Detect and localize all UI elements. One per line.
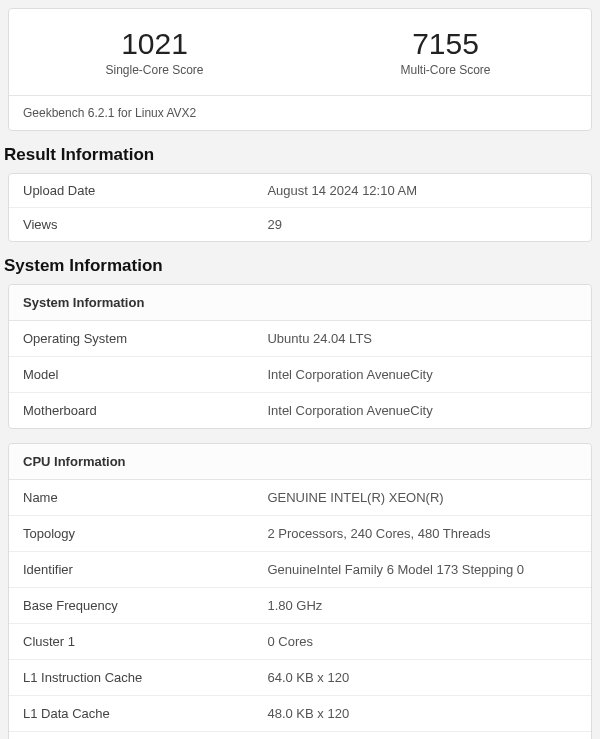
scores-row: 1021 Single-Core Score 7155 Multi-Core S… <box>9 9 591 95</box>
system-info-panel: System Information Operating System Ubun… <box>8 284 592 429</box>
cpu-key: L2 Cache <box>9 732 253 740</box>
result-val: 29 <box>253 208 591 242</box>
sysinfo-key: Operating System <box>9 321 253 357</box>
section-title-result: Result Information <box>4 145 600 165</box>
sysinfo-val: Ubuntu 24.04 LTS <box>253 321 591 357</box>
table-row: L1 Data Cache48.0 KB x 120 <box>9 696 591 732</box>
cpu-val: 1.80 GHz <box>253 588 591 624</box>
system-info-table: Operating System Ubuntu 24.04 LTS Model … <box>9 321 591 428</box>
cpu-key: Topology <box>9 516 253 552</box>
table-row: Topology2 Processors, 240 Cores, 480 Thr… <box>9 516 591 552</box>
cpu-key: Cluster 1 <box>9 624 253 660</box>
sysinfo-val: Intel Corporation AvenueCity <box>253 393 591 429</box>
cpu-info-header: CPU Information <box>9 444 591 480</box>
cpu-val: 0 Cores <box>253 624 591 660</box>
multi-core-label: Multi-Core Score <box>300 63 591 77</box>
single-core-label: Single-Core Score <box>9 63 300 77</box>
table-row: Operating System Ubuntu 24.04 LTS <box>9 321 591 357</box>
cpu-val: GenuineIntel Family 6 Model 173 Stepping… <box>253 552 591 588</box>
table-row: Cluster 10 Cores <box>9 624 591 660</box>
sysinfo-key: Motherboard <box>9 393 253 429</box>
table-row: Base Frequency1.80 GHz <box>9 588 591 624</box>
table-row: Motherboard Intel Corporation AvenueCity <box>9 393 591 429</box>
multi-core-value: 7155 <box>300 27 591 61</box>
scores-panel: 1021 Single-Core Score 7155 Multi-Core S… <box>8 8 592 131</box>
cpu-val: 2.00 MB x 120 <box>253 732 591 740</box>
cpu-val: 48.0 KB x 120 <box>253 696 591 732</box>
cpu-info-panel: CPU Information NameGENUINE INTEL(R) XEO… <box>8 443 592 739</box>
cpu-key: Base Frequency <box>9 588 253 624</box>
table-row: Views 29 <box>9 208 591 242</box>
cpu-val: 64.0 KB x 120 <box>253 660 591 696</box>
cpu-key: Name <box>9 480 253 516</box>
single-core-value: 1021 <box>9 27 300 61</box>
table-row: NameGENUINE INTEL(R) XEON(R) <box>9 480 591 516</box>
system-info-header: System Information <box>9 285 591 321</box>
result-key: Upload Date <box>9 174 253 208</box>
version-note: Geekbench 6.2.1 for Linux AVX2 <box>9 95 591 130</box>
sysinfo-val: Intel Corporation AvenueCity <box>253 357 591 393</box>
result-val: August 14 2024 12:10 AM <box>253 174 591 208</box>
cpu-val: 2 Processors, 240 Cores, 480 Threads <box>253 516 591 552</box>
cpu-key: L1 Instruction Cache <box>9 660 253 696</box>
table-row: L2 Cache2.00 MB x 120 <box>9 732 591 740</box>
section-title-system: System Information <box>4 256 600 276</box>
sysinfo-key: Model <box>9 357 253 393</box>
multi-core-block: 7155 Multi-Core Score <box>300 27 591 77</box>
cpu-val: GENUINE INTEL(R) XEON(R) <box>253 480 591 516</box>
cpu-info-table: NameGENUINE INTEL(R) XEON(R) Topology2 P… <box>9 480 591 739</box>
table-row: L1 Instruction Cache64.0 KB x 120 <box>9 660 591 696</box>
table-row: Upload Date August 14 2024 12:10 AM <box>9 174 591 208</box>
table-row: Model Intel Corporation AvenueCity <box>9 357 591 393</box>
result-info-panel: Upload Date August 14 2024 12:10 AM View… <box>8 173 592 242</box>
single-core-block: 1021 Single-Core Score <box>9 27 300 77</box>
result-info-table: Upload Date August 14 2024 12:10 AM View… <box>9 174 591 241</box>
cpu-key: L1 Data Cache <box>9 696 253 732</box>
table-row: IdentifierGenuineIntel Family 6 Model 17… <box>9 552 591 588</box>
result-key: Views <box>9 208 253 242</box>
cpu-key: Identifier <box>9 552 253 588</box>
